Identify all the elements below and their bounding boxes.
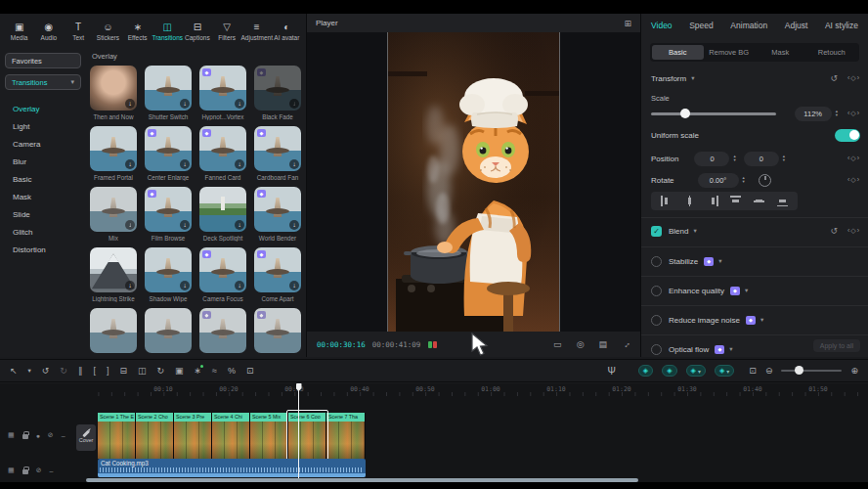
transition-item[interactable]: ◆↓Camera Focus bbox=[199, 247, 246, 302]
lock-track-icon[interactable] bbox=[22, 469, 28, 474]
record-voiceover-icon[interactable]: Ψ bbox=[607, 366, 615, 377]
align-right-icon[interactable] bbox=[708, 196, 718, 206]
toolbar-stickers[interactable]: ☺Stickers bbox=[94, 22, 122, 41]
nav-glitch[interactable]: Glitch bbox=[5, 223, 81, 241]
tab-ai-stylize[interactable]: AI stylize bbox=[825, 21, 858, 30]
player-display-options-icon[interactable]: ⊞ bbox=[624, 19, 631, 28]
toolbar-effects[interactable]: ∗Effects bbox=[123, 22, 152, 41]
nav-light[interactable]: Light bbox=[5, 117, 81, 135]
zoom-out-icon[interactable]: ⊖ bbox=[765, 366, 773, 376]
fullscreen-icon[interactable]: ↔ bbox=[620, 337, 632, 350]
tab-animation[interactable]: Animation bbox=[730, 21, 767, 30]
tab-speed[interactable]: Speed bbox=[689, 21, 714, 30]
hide-track-icon[interactable]: ● bbox=[36, 432, 40, 439]
align-bottom-icon[interactable] bbox=[777, 196, 788, 206]
nav-slide[interactable]: Slide bbox=[5, 205, 81, 223]
reset-icon[interactable]: ↺ bbox=[830, 226, 838, 236]
keyframe-toggle-4[interactable]: ◈▾ bbox=[715, 365, 734, 377]
cover-button[interactable]: Cover bbox=[76, 424, 96, 451]
rotate-dial[interactable] bbox=[759, 174, 771, 187]
transition-item[interactable]: ◆↓Black Fade bbox=[254, 66, 301, 120]
timeline-scrollbar[interactable] bbox=[86, 478, 638, 482]
keyframe-icon[interactable]: ‹◇› bbox=[847, 227, 860, 235]
transition-item[interactable]: ◆↓Center Enlarge bbox=[145, 126, 192, 181]
trim-left-icon[interactable]: [ bbox=[93, 366, 96, 376]
uniform-scale-toggle[interactable] bbox=[835, 129, 860, 142]
reset-icon[interactable]: ↺ bbox=[830, 73, 838, 83]
transition-item[interactable]: ↓Deck Spotlight bbox=[199, 187, 246, 242]
keyframe-icon[interactable]: ‹◇› bbox=[847, 176, 860, 184]
preview-video[interactable] bbox=[387, 32, 560, 332]
transition-item[interactable]: ↓Then and Now bbox=[90, 66, 137, 120]
transition-item[interactable]: ◆↓Come Apart bbox=[254, 247, 301, 302]
transition-item[interactable] bbox=[145, 308, 192, 353]
timeline-clip[interactable]: Scene 5 Mix bbox=[250, 413, 288, 459]
timeline-clip-selected[interactable]: Scene 6 Coo bbox=[288, 413, 326, 459]
levels-icon[interactable]: % bbox=[228, 366, 236, 376]
subtab-mask[interactable]: Mask bbox=[755, 45, 806, 60]
transition-item[interactable]: ↓Framed Portal bbox=[90, 126, 137, 181]
align-h-center-icon[interactable] bbox=[684, 196, 695, 206]
mute-track-icon[interactable]: ⊘ bbox=[48, 431, 54, 439]
transition-item[interactable]: ◆↓Film Browse bbox=[145, 187, 192, 242]
category-dropdown[interactable]: Transitions▾ bbox=[5, 74, 81, 90]
select-tool-caret-icon[interactable]: ▾ bbox=[28, 367, 31, 375]
align-v-center-icon[interactable] bbox=[754, 196, 764, 206]
split-icon[interactable]: ∥ bbox=[78, 366, 83, 376]
position-x-value[interactable]: 0 bbox=[694, 152, 729, 166]
toolbar-filters[interactable]: ▽Filters bbox=[213, 22, 241, 41]
undo-icon[interactable]: ↺ bbox=[42, 366, 50, 376]
nav-blur[interactable]: Blur bbox=[5, 153, 81, 170]
toolbar-media[interactable]: ▣Media bbox=[5, 22, 33, 41]
align-left-icon[interactable] bbox=[661, 196, 672, 206]
scale-value[interactable]: 112% bbox=[795, 107, 832, 121]
mute-track-icon[interactable]: ⊘ bbox=[36, 467, 42, 474]
keyframe-toggle-3[interactable]: ◈▾ bbox=[686, 365, 706, 377]
redo-icon[interactable]: ↻ bbox=[60, 366, 67, 376]
transition-item[interactable]: ◆ bbox=[199, 308, 246, 353]
rotate-value[interactable]: 0.00° bbox=[698, 173, 739, 188]
transition-item[interactable] bbox=[90, 308, 137, 353]
timeline-zoom-slider[interactable] bbox=[781, 370, 842, 373]
scale-stepper[interactable]: ▴▾ bbox=[836, 110, 838, 117]
delete-icon[interactable]: ⊟ bbox=[119, 366, 127, 376]
reduce-noise-checkbox[interactable] bbox=[651, 315, 662, 326]
focus-icon[interactable]: ◎ bbox=[577, 339, 585, 349]
transition-item[interactable]: ↓Mix bbox=[90, 187, 137, 242]
toolbar-audio[interactable]: ◉Audio bbox=[34, 22, 63, 41]
ai-magic-icon[interactable]: ∗ bbox=[195, 366, 202, 376]
scale-slider[interactable] bbox=[651, 112, 776, 115]
subtab-basic[interactable]: Basic bbox=[652, 45, 704, 60]
nav-basic[interactable]: Basic bbox=[5, 170, 81, 188]
collapse-track-icon[interactable]: – bbox=[50, 467, 54, 474]
crop-icon[interactable]: ▣ bbox=[175, 366, 184, 376]
favorites-button[interactable]: Favorites bbox=[5, 53, 81, 68]
playhead[interactable] bbox=[298, 383, 299, 478]
chevron-down-icon[interactable]: ▾ bbox=[745, 287, 748, 294]
blend-checkbox[interactable]: ✓ bbox=[651, 226, 662, 237]
apply-to-all-button[interactable]: Apply to all bbox=[813, 339, 860, 352]
timeline-clip[interactable]: Scene 1 The E bbox=[98, 413, 136, 459]
position-y-value[interactable]: 0 bbox=[744, 152, 779, 166]
tab-adjust[interactable]: Adjust bbox=[785, 21, 808, 30]
monitor-icon[interactable]: ⊡ bbox=[246, 366, 254, 376]
keyframe-icon[interactable]: ‹◇› bbox=[847, 155, 860, 162]
transition-item[interactable]: ↓Shutter Switch bbox=[145, 66, 192, 120]
toolbar-ai-avatar[interactable]: ◐AI avatar bbox=[273, 22, 301, 41]
optical-flow-checkbox[interactable] bbox=[651, 344, 662, 355]
mirror-icon[interactable]: ◫ bbox=[138, 366, 147, 376]
chevron-down-icon[interactable]: ▾ bbox=[760, 316, 763, 324]
nav-overlay[interactable]: Overlay bbox=[5, 100, 81, 117]
toolbar-captions[interactable]: ⊟Captions bbox=[183, 22, 211, 41]
ratio-icon[interactable]: ▭ bbox=[553, 339, 562, 349]
quality-icon[interactable]: ▤ bbox=[598, 339, 607, 349]
collapse-track-icon[interactable]: – bbox=[62, 432, 65, 439]
trim-right-icon[interactable]: ] bbox=[107, 366, 109, 376]
keyframe-icon[interactable]: ‹◇› bbox=[847, 74, 860, 82]
rotate-icon[interactable]: ↻ bbox=[157, 366, 165, 376]
subtab-remove-bg[interactable]: Remove BG bbox=[704, 45, 756, 60]
nav-distortion[interactable]: Distortion bbox=[5, 241, 81, 258]
select-tool-icon[interactable]: ↖ bbox=[10, 366, 18, 376]
chevron-down-icon[interactable]: ▾ bbox=[693, 227, 696, 235]
position-y-stepper[interactable]: ▴▾ bbox=[783, 155, 785, 162]
